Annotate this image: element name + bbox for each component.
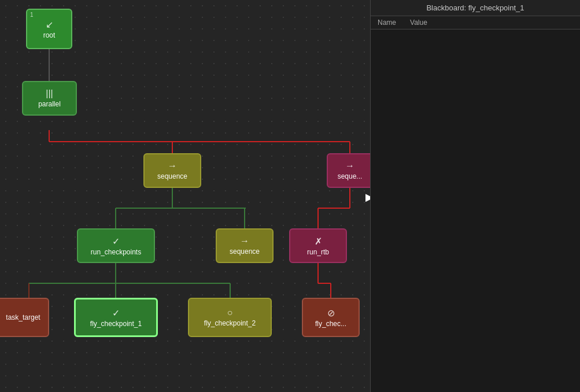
sequence-node-1[interactable]: → sequence (143, 153, 201, 188)
blackboard-headers: Name Value (371, 16, 580, 29)
fly-checkpoint-1-icon: ✓ (112, 308, 120, 319)
fly-checkpoint-2-icon: ○ (227, 308, 233, 318)
task-target-node[interactable]: task_target (0, 298, 49, 337)
blackboard-panel: Blackboard: fly_checkpoint_1 Name Value (370, 0, 580, 392)
blackboard-value-header[interactable]: Value (403, 16, 434, 29)
fly-checkpoint-1-node[interactable]: ✓ fly_checkpoint_1 (74, 298, 158, 337)
parallel-node[interactable]: ||| parallel (22, 81, 77, 116)
node-number: 1 (30, 12, 34, 18)
root-icon: ↙ (46, 19, 53, 30)
seq2-icon: → (345, 161, 354, 171)
blackboard-name-header[interactable]: Name (371, 16, 403, 29)
run-rtb-node[interactable]: ✗ run_rtb (289, 228, 347, 263)
run-checkpoints-icon: ✓ (112, 236, 120, 247)
seq1-icon: → (168, 161, 177, 171)
sequence-node-3[interactable]: → sequence (216, 228, 274, 263)
run-checkpoints-node[interactable]: ✓ run_checkpoints (77, 228, 155, 263)
parallel-icon: ||| (46, 88, 53, 99)
fly-checkpoint-3-icon: ⊘ (327, 308, 335, 319)
run-rtb-label: run_rtb (307, 248, 329, 256)
seq1-label: sequence (157, 172, 187, 180)
seq3-label: sequence (230, 247, 260, 256)
root-node[interactable]: 1 ↙ root (26, 9, 72, 49)
parallel-label: parallel (38, 100, 61, 108)
blackboard-content (371, 29, 580, 392)
sequence-node-2[interactable]: → seque... (327, 153, 370, 188)
blackboard-title: Blackboard: fly_checkpoint_1 (371, 0, 580, 16)
fly-checkpoint-1-label: fly_checkpoint_1 (90, 320, 142, 328)
run-rtb-icon: ✗ (315, 236, 322, 247)
fly-checkpoint-2-node[interactable]: ○ fly_checkpoint_2 (188, 298, 272, 337)
seq2-label: seque... (338, 172, 363, 180)
fly-checkpoint-3-label: fly_chec... (315, 320, 346, 328)
fly-checkpoint-2-label: fly_checkpoint_2 (204, 319, 256, 327)
running-arrow: ▶ (365, 191, 370, 204)
fly-checkpoint-3-node[interactable]: ⊘ fly_chec... (302, 298, 360, 337)
seq3-icon: → (240, 236, 249, 246)
root-label: root (43, 31, 56, 39)
task-target-label: task_target (6, 313, 40, 321)
behavior-tree-canvas[interactable]: 1 ↙ root ||| parallel → sequence → seque… (0, 0, 370, 392)
run-checkpoints-label: run_checkpoints (91, 248, 141, 256)
